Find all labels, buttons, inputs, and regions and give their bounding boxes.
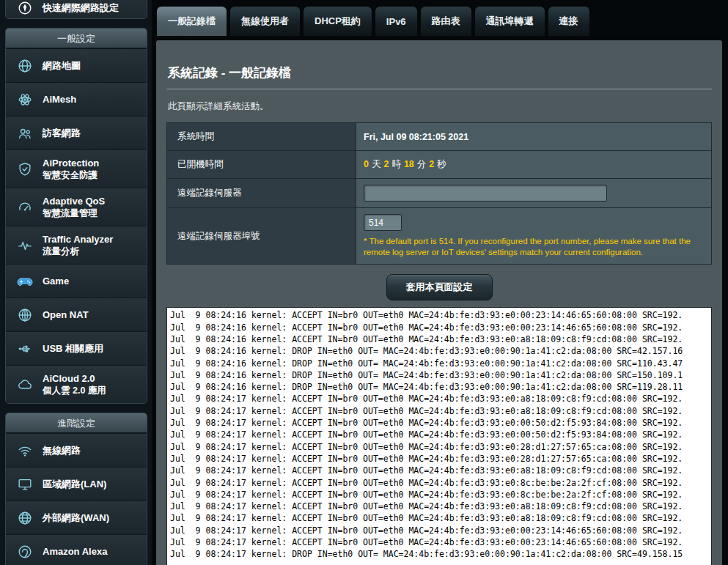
guests-icon: [14, 125, 36, 141]
system-log-settings-table: 系統時間 Fri, Jul 09 08:21:05 2021 已開機時間 0天2…: [166, 122, 712, 265]
sidebar-item-label: AiCloud 2.0 個人雲 2.0 應用: [43, 373, 106, 396]
sidebar-item-label: Amazon Alexa: [43, 546, 107, 558]
tab-dhcp-leases[interactable]: DHCP租約: [303, 6, 372, 36]
sidebar-item-label: 訪客網路: [43, 128, 81, 139]
sidebar-item-aicloud[interactable]: AiCloud 2.0 個人雲 2.0 應用: [6, 365, 147, 403]
remote-log-server-cell: [356, 179, 712, 208]
sidebar-item-wan[interactable]: 外部網路(WAN): [6, 501, 147, 534]
cloud-icon: [14, 377, 36, 393]
sidebar-item-label: 無線網路: [43, 445, 81, 457]
tab-port-forwarding[interactable]: 通訊埠轉遞: [474, 6, 545, 36]
pulse-icon: [14, 237, 36, 254]
sidebar-item-adaptive-qos[interactable]: Adaptive QoS 智慧流量管理: [6, 188, 147, 226]
sidebar-item-label: 網路地圖: [43, 60, 81, 72]
sidebar-item-guest-network[interactable]: 訪客網路: [6, 116, 147, 149]
system-time-label: 系統時間: [167, 123, 356, 151]
globe-icon: [14, 58, 36, 74]
uptime-value: 0天2時18分2秒: [356, 151, 712, 179]
sidebar-item-usb-application[interactable]: USB 相關應用: [6, 331, 147, 365]
section-header-advanced: 進階設定: [6, 413, 147, 433]
log-tab-bar: 一般記錄檔 無線使用者 DHCP租約 IPv6 路由表 通訊埠轉遞 連接: [156, 6, 590, 36]
sidebar-item-game[interactable]: Game: [6, 264, 147, 298]
button-row: 套用本頁面設定: [166, 274, 712, 300]
sidebar-item-wireless[interactable]: 無線網路: [6, 433, 147, 467]
system-time-value: Fri, Jul 09 08:21:05 2021: [356, 123, 712, 151]
remote-log-port-cell: * The default port is 514. If you reconf…: [356, 208, 712, 265]
tab-wireless-log[interactable]: 無線使用者: [229, 6, 301, 36]
remote-log-server-label: 遠端記錄伺服器: [167, 179, 356, 208]
alexa-icon: [14, 544, 36, 560]
sidebar-item-traffic-analyzer[interactable]: Traffic Analyzer 流量分析: [6, 226, 147, 264]
sidebar-item-label: Game: [43, 276, 69, 287]
page-description: 此頁顯示詳細系統活動。: [168, 100, 710, 113]
sidebar-item-lan[interactable]: 區域網路(LAN): [6, 467, 147, 501]
sidebar-item-aimesh[interactable]: AiMesh: [6, 82, 147, 116]
sidebar-item-label: Traffic Analyzer 流量分析: [43, 234, 113, 257]
table-row-remote-log-server: 遠端記錄伺服器: [167, 179, 712, 208]
remote-log-port-label: 遠端記錄伺服器埠號: [167, 208, 356, 265]
sidebar-item-label: 區域網路(LAN): [43, 479, 106, 490]
sidebar-item-label: AiMesh: [43, 94, 76, 106]
table-row-system-time: 系統時間 Fri, Jul 09 08:21:05 2021: [167, 123, 712, 151]
system-log-textarea[interactable]: Jul 9 08:24:16 kernel: ACCEPT IN=br0 OUT…: [166, 307, 712, 565]
mesh-atom-icon: [14, 92, 36, 108]
system-log-text: Jul 9 08:24:16 kernel: ACCEPT IN=br0 OUT…: [170, 309, 708, 560]
sidebar-item-label: 外部網路(WAN): [43, 512, 109, 524]
sidebar-item-label: Open NAT: [43, 309, 89, 321]
sidebar: 快速網際網路設定 一般設定 網路地圖 AiMesh 訪客網路: [0, 0, 152, 565]
sidebar-item-label: AiProtection 智慧安全防護: [43, 158, 99, 181]
advanced-settings-panel: 進階設定 無線網路 區域網路(LAN) 外部網路(WAN) Amazon Ale…: [5, 413, 147, 565]
port-default-note: * The default port is 514. If you reconf…: [364, 236, 704, 258]
table-row-remote-log-port: 遠端記錄伺服器埠號 * The default port is 514. If …: [167, 208, 712, 265]
monitor-icon: [14, 476, 36, 492]
remote-log-server-input[interactable]: [364, 185, 607, 202]
sidebar-item-aiprotection[interactable]: AiProtection 智慧安全防護: [6, 149, 147, 188]
general-settings-panel: 一般設定 網路地圖 AiMesh 訪客網路 AiProtection: [5, 28, 147, 404]
wifi-icon: [14, 443, 36, 459]
remote-log-port-input[interactable]: [364, 214, 402, 231]
compass-icon: [14, 0, 36, 16]
gauge-icon: [14, 199, 36, 215]
gamepad-icon: [14, 273, 36, 290]
sidebar-item-label: USB 相關應用: [43, 343, 103, 355]
wan-globe-icon: [14, 510, 36, 526]
sidebar-item-label: Adaptive QoS 智慧流量管理: [43, 196, 105, 219]
shield-icon: [14, 161, 36, 177]
sidebar-item-open-nat[interactable]: Open NAT: [6, 298, 147, 331]
main-content: 系統記錄 - 一般記錄檔 此頁顯示詳細系統活動。 系統時間 Fri, Jul 0…: [156, 40, 722, 565]
page-title: 系統記錄 - 一般記錄檔: [166, 59, 712, 89]
tab-general-log[interactable]: 一般記錄檔: [156, 6, 227, 36]
tab-ipv6[interactable]: IPv6: [375, 6, 418, 36]
sidebar-item-label: 快速網際網路設定: [43, 2, 119, 14]
section-header-general: 一般設定: [6, 29, 147, 48]
sidebar-item-network-map[interactable]: 網路地圖: [6, 48, 147, 82]
sidebar-item-amazon-alexa[interactable]: Amazon Alexa: [6, 534, 147, 565]
usb-icon: [14, 341, 36, 357]
apply-button[interactable]: 套用本頁面設定: [386, 274, 493, 300]
tab-connections[interactable]: 連接: [548, 6, 590, 36]
table-row-uptime: 已開機時間 0天2時18分2秒: [167, 151, 712, 179]
tab-routing-table[interactable]: 路由表: [420, 6, 472, 36]
qis-panel: 快速網際網路設定: [5, 0, 147, 19]
sidebar-item-quick-internet-setup[interactable]: 快速網際網路設定: [6, 0, 147, 19]
globe-network-icon: [14, 307, 36, 323]
uptime-label: 已開機時間: [167, 151, 356, 179]
